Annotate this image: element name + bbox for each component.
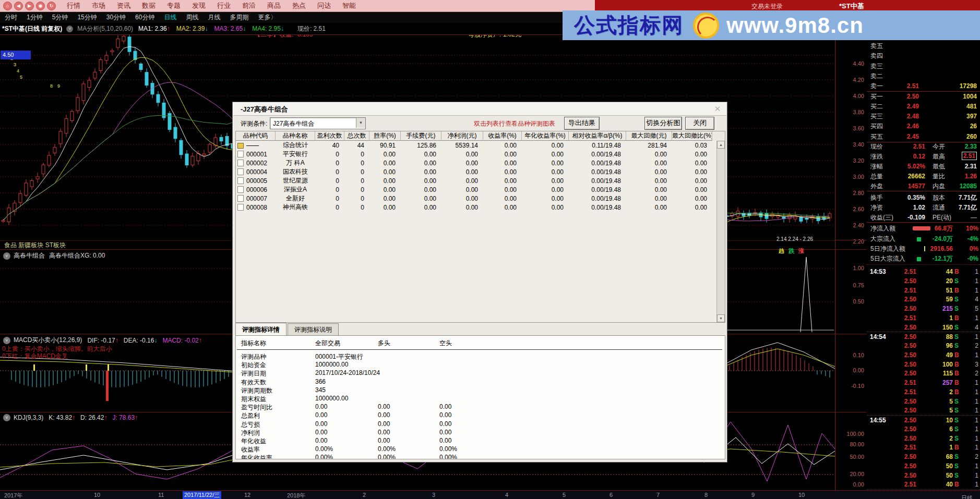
target-icon[interactable]: ◉: [36, 2, 45, 10]
menu-item-11[interactable]: 问达: [317, 1, 331, 10]
menu-item-1[interactable]: 行情: [67, 1, 80, 10]
table-header-2[interactable]: 盈利次数: [315, 131, 344, 141]
flow-label: 5日净流入额: [870, 244, 905, 253]
close-button[interactable]: 关闭: [685, 117, 714, 130]
period-tab[interactable]: 分时: [5, 13, 17, 22]
table-header-5[interactable]: 手续费(元): [401, 131, 441, 141]
result-row[interactable]: 000005世纪星源000.000.000.000.000.000.00/19.…: [236, 176, 717, 185]
combobox-dropdown-icon[interactable]: ▼: [356, 118, 365, 128]
tab-description[interactable]: 评测指标说明: [288, 323, 339, 335]
forward-icon[interactable]: ▶: [25, 2, 34, 10]
scroll-up-icon[interactable]: ▲: [717, 141, 725, 149]
flow-label: 大宗流入: [870, 234, 895, 244]
result-row[interactable]: 000006深振业A000.000.000.000.000.000.00/19.…: [236, 185, 717, 194]
close-icon[interactable]: ✕: [713, 104, 722, 114]
order-book-row[interactable]: 卖二: [867, 71, 980, 81]
back-icon[interactable]: ◀: [14, 2, 23, 10]
timeline-label: 2017/11/22/三: [183, 491, 221, 499]
switch-chart-button[interactable]: 切换分析图: [644, 117, 682, 130]
tab-detail[interactable]: 评测指标详情: [235, 323, 286, 335]
cell-col2: 0: [315, 177, 344, 185]
period-tab[interactable]: 更多〉: [258, 13, 277, 22]
order-book-row[interactable]: 买一2.501004: [867, 92, 980, 101]
scroll-down-icon[interactable]: ▼: [717, 314, 725, 322]
login-state[interactable]: 交易未登录: [751, 2, 783, 11]
result-row[interactable]: 000007全新好000.000.000.000.000.000.00/19.4…: [236, 194, 717, 203]
cell-col3: 0: [344, 195, 369, 202]
cell-col4: 0.00: [369, 168, 401, 176]
menu-item-8[interactable]: 前沿: [242, 1, 256, 10]
cell-col6: 0.00: [441, 204, 483, 211]
menu-item-10[interactable]: 热点: [292, 1, 306, 10]
dialog-titlebar[interactable]: -J27高春牛组合 ✕: [233, 103, 726, 116]
timeline[interactable]: 2017年10112017/11/22/三122018年2345678910: [0, 490, 980, 499]
menu-bar-right: 交易未登录 *ST中基: [595, 0, 980, 11]
menu-item-6[interactable]: 发现: [192, 1, 206, 10]
table-header-10[interactable]: 最大回撤(元): [626, 131, 672, 141]
result-row[interactable]: 000002万 科A000.000.000.000.000.000.00/19.…: [236, 159, 717, 167]
table-header-6[interactable]: 净利润(元): [441, 131, 483, 141]
menu-item-12[interactable]: 智能: [342, 1, 356, 10]
table-header-0[interactable]: 品种代码: [236, 131, 276, 141]
chevron-down-icon[interactable]: ˅: [3, 414, 10, 421]
tick-row: 2.505S1: [867, 397, 980, 406]
table-header-11[interactable]: 最大回撤比(%): [672, 131, 712, 141]
period-tab[interactable]: 日线: [164, 13, 176, 22]
period-tab[interactable]: 15分钟: [77, 13, 97, 22]
table-scrollbar[interactable]: ▲ ▼: [716, 141, 725, 322]
money-flow-row: 净流入额66.8万10%: [867, 224, 980, 233]
period-tab[interactable]: 周线: [186, 13, 198, 22]
menu-item-9[interactable]: 商品: [267, 1, 281, 10]
menu-item-4[interactable]: 数据: [142, 1, 156, 10]
condition-combobox[interactable]: J27高春牛组合 ▼: [270, 117, 366, 129]
order-book-row[interactable]: 卖五: [867, 41, 980, 51]
table-header-1[interactable]: 品种名称: [276, 131, 315, 141]
order-book-row[interactable]: 买三2.48397: [867, 112, 980, 121]
export-results-button[interactable]: 导出结果: [564, 117, 600, 130]
period-tab[interactable]: 30分钟: [106, 13, 126, 22]
cell-col3: 0: [344, 177, 369, 185]
result-row[interactable]: 000008神州高铁000.000.000.000.000.000.00/19.…: [236, 203, 717, 212]
tick-row: 2.5068S2: [867, 452, 980, 461]
cell-col9: 0.00/19.48: [569, 186, 626, 193]
period-tab[interactable]: 60分钟: [135, 13, 154, 22]
period-tab[interactable]: 多周期: [230, 13, 248, 22]
menu-item-2[interactable]: 市场: [92, 1, 105, 10]
table-header-8[interactable]: 年化收益率(%): [522, 131, 569, 141]
detail-header: 指标名称: [241, 339, 266, 348]
period-tab[interactable]: 5分钟: [52, 13, 68, 22]
timeline-label: 6: [609, 492, 613, 498]
trend-tag[interactable]: 跌: [788, 248, 794, 254]
order-book-row[interactable]: 买五2.45260: [867, 132, 980, 141]
table-header-3[interactable]: 总次数: [344, 131, 369, 141]
refresh-icon[interactable]: ↻: [47, 2, 56, 10]
result-row[interactable]: 000001平安银行000.000.000.000.000.000.00/19.…: [236, 150, 717, 159]
period-tab[interactable]: 1分钟: [27, 13, 43, 22]
trend-tag[interactable]: 涨: [798, 248, 804, 254]
order-book-row[interactable]: 买二2.49481: [867, 102, 980, 111]
chevron-down-icon[interactable]: ˅: [3, 337, 10, 344]
axis-divider: [835, 412, 867, 412]
menu-item-7[interactable]: 行业: [217, 1, 231, 10]
table-header-4[interactable]: 胜率(%): [369, 131, 401, 141]
result-row[interactable]: 000004国农科技000.000.000.000.000.000.00/19.…: [236, 167, 717, 176]
order-book-row[interactable]: 卖一2.5117298: [867, 81, 980, 91]
menu-item-3[interactable]: 资讯: [117, 1, 130, 10]
chevron-down-icon[interactable]: ˅: [3, 252, 10, 260]
table-header-9[interactable]: 相对收益率α/β(%): [569, 131, 626, 141]
axis-period-label: 日线: [961, 494, 973, 499]
menu-item-5[interactable]: 专题: [167, 1, 181, 10]
home-icon[interactable]: ⌂: [3, 2, 12, 10]
period-tab[interactable]: 月线: [208, 13, 220, 22]
collapse-icon[interactable]: ˅: [66, 26, 73, 32]
tick-volume: 96: [946, 341, 953, 350]
detail-label: 总亏损: [241, 420, 260, 429]
trend-tag[interactable]: 趋: [779, 248, 784, 254]
order-book-row[interactable]: 买四2.4626: [867, 121, 980, 131]
table-header-7[interactable]: 收益率(%): [483, 131, 522, 141]
order-book-row[interactable]: 卖三: [867, 62, 980, 71]
cell-col2: 40: [315, 142, 344, 149]
tick-side: B: [954, 360, 959, 369]
result-row[interactable]: ——综合统计404490.91125.865539.140.000.000.11…: [236, 141, 717, 150]
order-book-row[interactable]: 卖四: [867, 51, 980, 60]
